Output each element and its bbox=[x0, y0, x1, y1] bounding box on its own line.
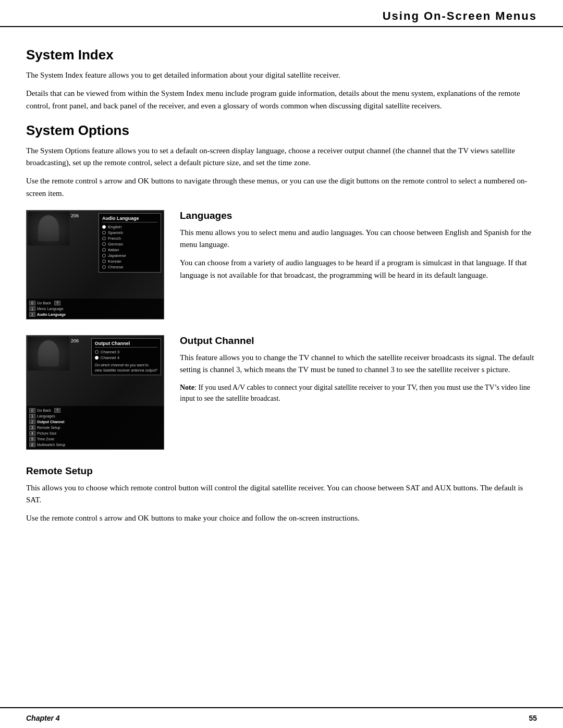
option-chinese-label: Chinese bbox=[108, 265, 123, 269]
output-badge-4: 4 bbox=[29, 431, 35, 436]
output-badge-1: 1 bbox=[29, 414, 35, 418]
main-content: System Index The System Index feature al… bbox=[0, 27, 563, 577]
output-bottom-item-5: 5 Time Zone bbox=[29, 436, 161, 442]
label-go-back: Go Back bbox=[37, 301, 51, 305]
output-badge-question: ? bbox=[54, 408, 60, 413]
screen-tv-inner bbox=[28, 212, 69, 245]
option-english-label: English bbox=[108, 225, 121, 229]
output-label-remote-setup: Remote Setup bbox=[37, 426, 60, 429]
output-tv-figure bbox=[38, 340, 59, 366]
output-channel-screen-image: 206 Output Channel Channel 3 Channel 4 O… bbox=[26, 335, 164, 450]
option-chinese: Chinese bbox=[102, 264, 157, 270]
output-channel-text: Output Channel This feature allows you t… bbox=[180, 335, 537, 411]
system-index-title: System Index bbox=[26, 47, 537, 63]
system-index-section: System Index The System Index feature al… bbox=[26, 47, 537, 112]
system-options-para2: Use the remote control s arrow and OK bu… bbox=[26, 175, 537, 200]
radio-japanese-icon bbox=[102, 254, 106, 257]
output-screen-background: 206 Output Channel Channel 3 Channel 4 O… bbox=[27, 336, 164, 449]
radio-ch4-icon bbox=[95, 356, 99, 360]
option-italian-label: Italian bbox=[108, 248, 119, 252]
screen-channel: 206 bbox=[71, 213, 79, 218]
remote-setup-para1: This allows you to choose which remote c… bbox=[26, 482, 537, 507]
output-label-output-channel: Output Channel bbox=[37, 420, 65, 424]
output-label-languages: Languages bbox=[37, 414, 55, 418]
page-title: Using On-Screen Menus bbox=[383, 9, 537, 22]
badge-2: 2 bbox=[29, 312, 35, 317]
label-menu-language: Menu Language bbox=[37, 307, 64, 311]
output-label-multiswitch: Multiswitch Setup bbox=[37, 443, 65, 447]
remote-setup-section: Remote Setup This allows you to choose w… bbox=[26, 465, 537, 525]
system-index-para2: Details that can be viewed from within t… bbox=[26, 88, 537, 112]
output-label-time-zone: Time Zone bbox=[37, 437, 54, 441]
output-badge-6: 6 bbox=[29, 442, 35, 447]
output-badge-2: 2 bbox=[29, 419, 35, 424]
output-bottom-bar: 0 Go Back ? 1 Languages 2 Output Channel bbox=[27, 406, 164, 449]
page-header: Using On-Screen Menus bbox=[0, 0, 563, 27]
output-bottom-item-6: 6 Multiswitch Setup bbox=[29, 442, 161, 448]
option-korean: Korean bbox=[102, 258, 157, 264]
bottom-item-2: 2 Audio Language bbox=[29, 312, 161, 317]
system-options-title: System Options bbox=[26, 122, 537, 139]
option-french: French bbox=[102, 236, 157, 241]
output-bottom-item-0: 0 Go Back ? bbox=[29, 408, 161, 413]
output-bottom-item-3: 3 Remote Setup bbox=[29, 425, 161, 430]
output-label-go-back: Go Back bbox=[37, 409, 51, 412]
languages-menu-overlay: Audio Language English Spanish French bbox=[99, 213, 161, 273]
output-bottom-item-1: 1 Languages bbox=[29, 413, 161, 419]
languages-title: Languages bbox=[180, 210, 537, 221]
footer-chapter: Chapter 4 bbox=[26, 714, 60, 722]
output-screen-channel: 206 bbox=[71, 338, 79, 343]
option-japanese-label: Japanese bbox=[108, 253, 126, 258]
radio-korean-icon bbox=[102, 260, 106, 263]
page-footer: Chapter 4 55 bbox=[0, 707, 563, 728]
badge-0: 0 bbox=[29, 301, 35, 305]
footer-page-number: 55 bbox=[529, 714, 537, 722]
languages-para2: You can choose from a variety of audio l… bbox=[180, 257, 537, 281]
screen-menu-title: Audio Language bbox=[102, 216, 157, 223]
radio-german-icon bbox=[102, 242, 106, 246]
output-bottom-item-2: 2 Output Channel bbox=[29, 419, 161, 425]
option-korean-label: Korean bbox=[108, 259, 121, 264]
output-screen-tv-image bbox=[28, 337, 69, 371]
label-audio-language: Audio Language bbox=[37, 313, 66, 316]
option-german: German bbox=[102, 241, 157, 247]
radio-english-icon bbox=[102, 225, 106, 229]
output-channel-subsection: 206 Output Channel Channel 3 Channel 4 O… bbox=[26, 335, 537, 450]
output-channel-note: Note: If you used A/V cables to connect … bbox=[180, 382, 537, 404]
output-ch3-label: Channel 3 bbox=[101, 350, 119, 354]
output-label-picture-size: Picture Size bbox=[37, 431, 56, 435]
languages-para1: This menu allows you to select menu and … bbox=[180, 227, 537, 251]
option-english: English bbox=[102, 224, 157, 230]
radio-ch3-icon bbox=[95, 350, 99, 354]
option-japanese: Japanese bbox=[102, 253, 157, 258]
languages-text: Languages This menu allows you to select… bbox=[180, 210, 537, 288]
bottom-item-0: 0 Go Back ? bbox=[29, 300, 161, 306]
radio-italian-icon bbox=[102, 248, 106, 252]
note-text: : If you used A/V cables to connect your… bbox=[180, 384, 530, 402]
note-label: Note bbox=[180, 384, 194, 391]
output-ch4-label: Channel 4 bbox=[101, 355, 119, 360]
system-options-section: System Options The System Options featur… bbox=[26, 122, 537, 200]
bottom-item-1: 1 Menu Language bbox=[29, 306, 161, 312]
output-channel-title: Output Channel bbox=[180, 335, 537, 347]
system-index-para1: The System Index feature allows you to g… bbox=[26, 69, 537, 81]
output-bottom-item-4: 4 Picture Size bbox=[29, 430, 161, 436]
remote-setup-title: Remote Setup bbox=[26, 465, 537, 477]
tv-figure bbox=[38, 215, 59, 241]
output-badge-5: 5 bbox=[29, 437, 35, 441]
output-option-ch4: Channel 4 bbox=[95, 355, 157, 361]
option-spanish-label: Spanish bbox=[108, 230, 123, 235]
output-option-ch3: Channel 3 bbox=[95, 349, 157, 355]
output-description: On which channel do you want toview Sate… bbox=[95, 363, 157, 373]
output-menu-overlay: Output Channel Channel 3 Channel 4 On wh… bbox=[91, 338, 161, 376]
output-badge-3: 3 bbox=[29, 425, 35, 430]
output-channel-para1: This feature allows you to change the TV… bbox=[180, 352, 537, 376]
languages-screen-image: 206 Audio Language English Spanish bbox=[26, 210, 164, 319]
languages-bottom-bar: 0 Go Back ? 1 Menu Language 2 Audio Lang… bbox=[27, 299, 164, 319]
option-french-label: French bbox=[108, 236, 121, 241]
languages-subsection: 206 Audio Language English Spanish bbox=[26, 210, 537, 319]
radio-chinese-icon bbox=[102, 265, 106, 269]
remote-setup-para2: Use the remote control s arrow and OK bu… bbox=[26, 512, 537, 524]
badge-question: ? bbox=[54, 301, 60, 305]
screen-background: 206 Audio Language English Spanish bbox=[27, 211, 164, 319]
